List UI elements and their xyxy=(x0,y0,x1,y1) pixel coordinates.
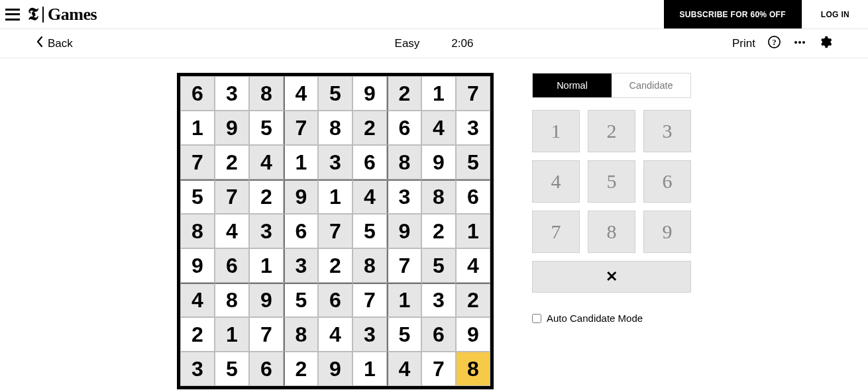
sudoku-cell[interactable]: 6 xyxy=(421,317,456,352)
sudoku-cell[interactable]: 4 xyxy=(249,145,284,179)
sudoku-cell[interactable]: 3 xyxy=(353,317,387,352)
sudoku-cell[interactable]: 8 xyxy=(421,179,456,214)
sudoku-cell[interactable]: 4 xyxy=(421,111,456,145)
sudoku-cell[interactable]: 8 xyxy=(249,76,284,111)
sudoku-cell[interactable]: 2 xyxy=(353,111,387,145)
sudoku-cell[interactable]: 6 xyxy=(249,352,284,386)
sudoku-cell[interactable]: 7 xyxy=(318,214,353,248)
keypad-clear[interactable]: ✕ xyxy=(532,261,691,293)
keypad-9[interactable]: 9 xyxy=(643,211,691,253)
sudoku-cell[interactable]: 9 xyxy=(215,111,249,145)
sudoku-cell[interactable]: 7 xyxy=(353,283,387,317)
sudoku-cell[interactable]: 7 xyxy=(249,317,284,352)
keypad-8[interactable]: 8 xyxy=(588,211,635,253)
sudoku-cell[interactable]: 7 xyxy=(180,145,215,179)
sudoku-cell[interactable]: 3 xyxy=(284,248,318,283)
sudoku-cell[interactable]: 3 xyxy=(249,214,284,248)
sudoku-cell[interactable]: 8 xyxy=(318,111,353,145)
sudoku-cell[interactable]: 5 xyxy=(215,352,249,386)
sudoku-cell[interactable]: 3 xyxy=(456,111,490,145)
sudoku-cell[interactable]: 6 xyxy=(387,111,421,145)
sudoku-cell[interactable]: 1 xyxy=(249,248,284,283)
sudoku-cell[interactable]: 9 xyxy=(180,248,215,283)
sudoku-cell[interactable]: 2 xyxy=(249,179,284,214)
sudoku-cell[interactable]: 2 xyxy=(215,145,249,179)
help-icon[interactable]: ? xyxy=(767,35,781,52)
login-button[interactable]: LOG IN xyxy=(802,0,868,28)
sudoku-cell[interactable]: 7 xyxy=(456,76,490,111)
keypad-1[interactable]: 1 xyxy=(532,110,580,152)
sudoku-cell[interactable]: 5 xyxy=(249,111,284,145)
tab-normal[interactable]: Normal xyxy=(533,74,612,97)
auto-candidate-checkbox[interactable] xyxy=(532,314,541,323)
sudoku-cell[interactable]: 1 xyxy=(180,111,215,145)
sudoku-cell[interactable]: 1 xyxy=(284,145,318,179)
sudoku-cell[interactable]: 3 xyxy=(318,145,353,179)
sudoku-cell[interactable]: 6 xyxy=(353,145,387,179)
sudoku-cell[interactable]: 4 xyxy=(353,179,387,214)
sudoku-cell[interactable]: 4 xyxy=(387,352,421,386)
sudoku-cell[interactable]: 9 xyxy=(249,283,284,317)
keypad-4[interactable]: 4 xyxy=(532,160,580,203)
sudoku-cell[interactable]: 3 xyxy=(421,283,456,317)
sudoku-cell[interactable]: 3 xyxy=(180,352,215,386)
print-button[interactable]: Print xyxy=(732,37,755,50)
sudoku-cell[interactable]: 8 xyxy=(284,317,318,352)
sudoku-cell[interactable]: 6 xyxy=(284,214,318,248)
more-icon[interactable] xyxy=(793,36,806,52)
sudoku-cell[interactable]: 1 xyxy=(421,76,456,111)
sudoku-cell[interactable]: 1 xyxy=(456,214,490,248)
sudoku-cell[interactable]: 2 xyxy=(318,248,353,283)
sudoku-cell[interactable]: 4 xyxy=(456,248,490,283)
sudoku-cell[interactable]: 5 xyxy=(318,76,353,111)
nyt-games-logo[interactable]: 𝕿 Games xyxy=(28,5,97,24)
keypad-2[interactable]: 2 xyxy=(588,110,635,152)
keypad-5[interactable]: 5 xyxy=(588,160,635,203)
sudoku-cell[interactable]: 8 xyxy=(456,352,490,386)
sudoku-cell[interactable]: 7 xyxy=(215,179,249,214)
hamburger-menu-icon[interactable] xyxy=(5,9,20,21)
sudoku-cell[interactable]: 4 xyxy=(180,283,215,317)
sudoku-cell[interactable]: 3 xyxy=(215,76,249,111)
sudoku-cell[interactable]: 7 xyxy=(421,352,456,386)
sudoku-cell[interactable]: 3 xyxy=(387,179,421,214)
sudoku-cell[interactable]: 9 xyxy=(456,317,490,352)
sudoku-cell[interactable]: 9 xyxy=(284,179,318,214)
sudoku-cell[interactable]: 6 xyxy=(215,248,249,283)
sudoku-cell[interactable]: 4 xyxy=(318,317,353,352)
sudoku-cell[interactable]: 6 xyxy=(318,283,353,317)
tab-candidate[interactable]: Candidate xyxy=(612,74,690,97)
sudoku-cell[interactable]: 9 xyxy=(387,214,421,248)
sudoku-cell[interactable]: 2 xyxy=(284,352,318,386)
sudoku-cell[interactable]: 1 xyxy=(318,179,353,214)
sudoku-cell[interactable]: 2 xyxy=(421,214,456,248)
keypad-3[interactable]: 3 xyxy=(643,110,691,152)
sudoku-cell[interactable]: 9 xyxy=(353,76,387,111)
sudoku-cell[interactable]: 8 xyxy=(353,248,387,283)
sudoku-cell[interactable]: 5 xyxy=(387,317,421,352)
sudoku-cell[interactable]: 1 xyxy=(387,283,421,317)
sudoku-cell[interactable]: 6 xyxy=(180,76,215,111)
sudoku-cell[interactable]: 5 xyxy=(456,145,490,179)
sudoku-cell[interactable]: 9 xyxy=(318,352,353,386)
sudoku-cell[interactable]: 8 xyxy=(387,145,421,179)
sudoku-cell[interactable]: 8 xyxy=(215,283,249,317)
sudoku-cell[interactable]: 4 xyxy=(215,214,249,248)
back-button[interactable]: Back xyxy=(36,36,73,51)
subscribe-button[interactable]: SUBSCRIBE FOR 60% OFF xyxy=(664,0,802,28)
sudoku-cell[interactable]: 2 xyxy=(387,76,421,111)
sudoku-cell[interactable]: 5 xyxy=(353,214,387,248)
sudoku-cell[interactable]: 8 xyxy=(180,214,215,248)
sudoku-cell[interactable]: 7 xyxy=(284,111,318,145)
gear-icon[interactable] xyxy=(818,35,832,52)
sudoku-cell[interactable]: 4 xyxy=(284,76,318,111)
sudoku-cell[interactable]: 5 xyxy=(180,179,215,214)
keypad-7[interactable]: 7 xyxy=(532,211,580,253)
keypad-6[interactable]: 6 xyxy=(643,160,691,203)
sudoku-cell[interactable]: 5 xyxy=(421,248,456,283)
sudoku-cell[interactable]: 1 xyxy=(215,317,249,352)
sudoku-cell[interactable]: 2 xyxy=(180,317,215,352)
sudoku-cell[interactable]: 5 xyxy=(284,283,318,317)
sudoku-cell[interactable]: 6 xyxy=(456,179,490,214)
sudoku-cell[interactable]: 9 xyxy=(421,145,456,179)
